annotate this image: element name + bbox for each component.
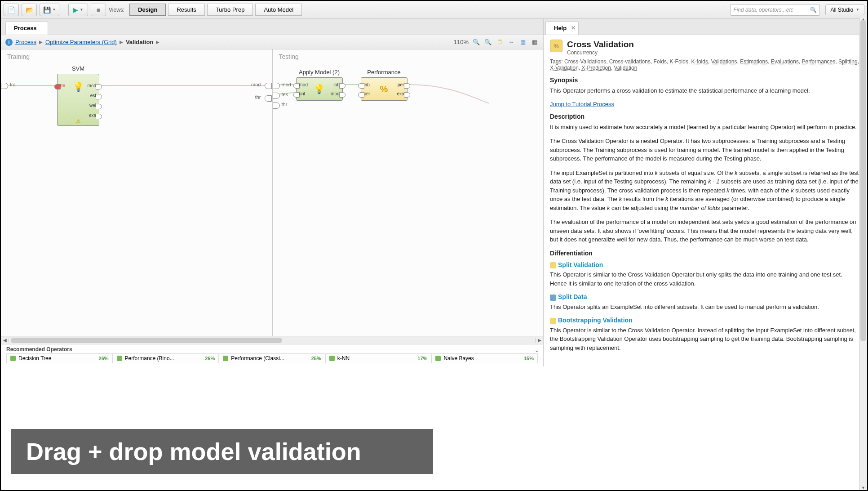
help-content: % Cross Validation Concurrency Tags: Cro… bbox=[544, 35, 867, 366]
recommended-item[interactable]: k-NN17% bbox=[325, 353, 432, 363]
open-button[interactable]: 📂 bbox=[22, 4, 37, 16]
view-turbo-button[interactable]: Turbo Prep bbox=[207, 4, 253, 16]
op-input-port[interactable] bbox=[54, 84, 61, 89]
training-title: Training bbox=[7, 53, 30, 60]
tag-link[interactable]: X-Prediction bbox=[582, 65, 611, 71]
diff-text: This Operator is similar to the Cross Va… bbox=[550, 270, 859, 288]
tag-link[interactable]: Estimations bbox=[740, 58, 768, 65]
tag-link[interactable]: K-Folds bbox=[670, 58, 688, 65]
tag-link[interactable]: Validation bbox=[614, 65, 638, 71]
stop-button[interactable]: ■ bbox=[91, 4, 106, 16]
process-input-port[interactable] bbox=[273, 83, 280, 89]
info-icon[interactable]: i bbox=[5, 39, 13, 46]
scrollbar-thumb[interactable] bbox=[11, 338, 282, 343]
close-icon[interactable]: ✕ bbox=[571, 25, 576, 31]
op-output-port[interactable] bbox=[96, 114, 102, 119]
zoom-out-icon[interactable]: 🔍 bbox=[472, 38, 480, 46]
studio-dropdown[interactable]: All Studio ▼ bbox=[825, 4, 864, 15]
op-output-port[interactable] bbox=[96, 94, 102, 99]
arrange-icon[interactable]: ↔ bbox=[507, 38, 515, 46]
help-subtitle: Concurrency bbox=[567, 49, 634, 56]
op-output-port[interactable] bbox=[339, 92, 345, 98]
scroll-right-icon[interactable]: ▶ bbox=[535, 338, 543, 343]
diff-text: This Operator splits an ExampleSet into … bbox=[550, 303, 859, 312]
recommended-item[interactable]: Performance (Bino...26% bbox=[113, 353, 219, 363]
op-input-port[interactable] bbox=[293, 92, 300, 98]
svm-operator[interactable]: SVM tra 💡 mod est wei exa ⚠ bbox=[57, 74, 99, 126]
op-output-port[interactable] bbox=[404, 83, 410, 89]
tag-link[interactable]: Cross-Validations bbox=[564, 58, 606, 65]
process-input-port[interactable] bbox=[273, 93, 280, 99]
recommended-item[interactable]: Decision Tree26% bbox=[6, 353, 113, 363]
chevron-down-icon: ▼ bbox=[856, 8, 859, 12]
warning-icon: ⚠ bbox=[76, 118, 81, 124]
op-input-port[interactable] bbox=[358, 83, 364, 89]
lightbulb-icon: 💡 bbox=[314, 84, 325, 94]
tag-link[interactable]: Performances bbox=[802, 58, 836, 65]
description-text: The input ExampleSet is partitioned into… bbox=[550, 169, 859, 213]
op-input-port[interactable] bbox=[358, 92, 364, 98]
operator-icon bbox=[223, 356, 228, 361]
operator-icon bbox=[10, 356, 16, 361]
new-button[interactable]: 📄 bbox=[4, 4, 19, 16]
recommended-operators-panel: Recommended Operators ⌄ Decision Tree26%… bbox=[1, 344, 543, 366]
recommended-item[interactable]: Naive Bayes15% bbox=[431, 353, 538, 363]
scrollbar-thumb[interactable] bbox=[860, 20, 866, 341]
training-panel: Training tra SVM tra 💡 mod est wei bbox=[1, 49, 273, 336]
horizontal-scrollbar[interactable]: ◀ ▶ bbox=[1, 336, 543, 344]
zoom-in-icon[interactable]: 🔍 bbox=[484, 38, 492, 46]
percent-icon: % bbox=[380, 84, 388, 94]
vertical-scrollbar[interactable]: ▲ ▼ bbox=[859, 17, 867, 490]
tag-link[interactable]: X-Validation bbox=[550, 65, 579, 71]
bootstrapping-validation-link[interactable]: Bootstrapping Validation bbox=[558, 317, 633, 324]
global-search-input[interactable]: Find data, operators...etc 🔍 bbox=[730, 4, 820, 16]
op-output-port[interactable] bbox=[96, 84, 102, 89]
tag-link[interactable]: Validations bbox=[711, 58, 737, 65]
tag-link[interactable]: K-folds bbox=[691, 58, 708, 65]
tag-link[interactable]: Folds bbox=[654, 58, 667, 65]
view-design-button[interactable]: Design bbox=[129, 4, 166, 16]
chevron-right-icon: ▶ bbox=[39, 40, 43, 45]
process-input-port[interactable] bbox=[1, 83, 8, 89]
filter-icon bbox=[550, 295, 556, 301]
help-title: Cross Validation bbox=[567, 40, 634, 49]
help-tab[interactable]: Help ✕ bbox=[545, 21, 579, 35]
save-button[interactable]: 💾▼ bbox=[40, 4, 59, 16]
grid-icon[interactable]: ▦ bbox=[531, 38, 539, 46]
layers-icon[interactable]: ▦ bbox=[519, 38, 527, 46]
description-text: The evaluation of the performance of a m… bbox=[550, 218, 859, 244]
synopsis-heading: Synopsis bbox=[550, 76, 859, 84]
scroll-left-icon[interactable]: ◀ bbox=[1, 338, 9, 343]
file-icon: 📄 bbox=[8, 6, 15, 13]
process-output-port[interactable] bbox=[265, 83, 272, 89]
jump-tutorial-link[interactable]: Jump to Tutorial Process bbox=[550, 101, 614, 107]
op-output-port[interactable] bbox=[339, 83, 345, 89]
split-validation-link[interactable]: Split Validation bbox=[558, 261, 603, 268]
breadcrumb-mid[interactable]: Optimize Parameters (Grid) bbox=[45, 39, 117, 45]
tag-link[interactable]: Evaluations bbox=[771, 58, 799, 65]
tag-link[interactable]: Splitting bbox=[838, 58, 858, 65]
view-results-button[interactable]: Results bbox=[168, 4, 204, 16]
split-data-link[interactable]: Split Data bbox=[558, 293, 587, 300]
scroll-down-icon[interactable]: ▼ bbox=[859, 486, 867, 490]
recommended-title: Recommended Operators bbox=[1, 344, 543, 353]
tag-link[interactable]: Cross-validations bbox=[609, 58, 651, 65]
op-output-port[interactable] bbox=[96, 104, 102, 109]
performance-operator[interactable]: Performance lab per % per exa bbox=[361, 77, 407, 101]
view-auto-button[interactable]: Auto Model bbox=[255, 4, 302, 16]
process-output-port[interactable] bbox=[265, 95, 272, 102]
expand-icon[interactable]: ⌄ bbox=[534, 346, 540, 353]
note-icon[interactable]: 🗒 bbox=[496, 38, 504, 46]
run-button[interactable]: ▶▼ bbox=[68, 4, 88, 16]
chevron-down-icon: ▼ bbox=[80, 8, 84, 12]
apply-model-operator[interactable]: Apply Model (2) mod unl 💡 lab mod bbox=[296, 77, 343, 101]
recommended-item[interactable]: Performance (Classi...25% bbox=[219, 353, 325, 363]
cross-validation-icon: % bbox=[550, 40, 562, 52]
process-tab[interactable]: Process bbox=[5, 21, 48, 35]
op-output-port[interactable] bbox=[404, 92, 410, 98]
process-canvas[interactable]: Training tra SVM tra 💡 mod est wei bbox=[1, 49, 543, 336]
breadcrumb-root[interactable]: Process bbox=[15, 39, 36, 45]
op-input-port[interactable] bbox=[293, 83, 300, 89]
lightbulb-icon: 💡 bbox=[73, 81, 84, 92]
process-input-port[interactable] bbox=[273, 103, 280, 109]
